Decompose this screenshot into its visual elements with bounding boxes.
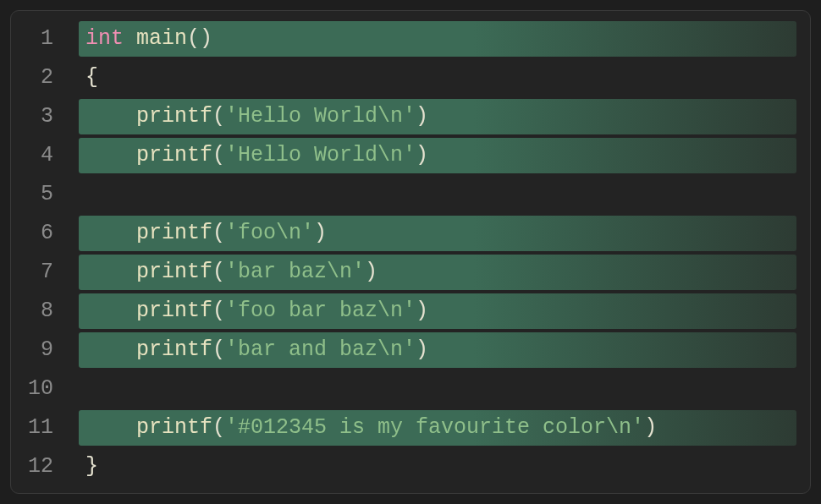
line-number: 8 [11, 292, 69, 331]
line-number: 2 [11, 58, 69, 97]
code-content[interactable]: printf('#012345 is my favourite color\n'… [69, 408, 657, 447]
code-line[interactable]: 6printf('foo\n') [11, 214, 798, 253]
code-line[interactable]: 7printf('bar baz\n') [11, 253, 798, 292]
code-token: ( [212, 415, 225, 440]
code-line[interactable]: 8printf('foo bar baz\n') [11, 292, 798, 331]
code-token: ) [416, 104, 428, 129]
code-token: ( [212, 104, 225, 129]
code-token: () [187, 26, 212, 51]
code-token: int [85, 26, 124, 51]
line-number: 12 [11, 447, 69, 486]
code-token: printf [136, 104, 212, 129]
code-token: ) [416, 299, 428, 323]
code-token: 'bar and baz\n' [225, 337, 416, 362]
code-content[interactable]: printf('bar baz\n') [69, 253, 377, 292]
code-line[interactable]: 3printf('Hello World\n') [11, 97, 798, 136]
code-token: ( [212, 337, 225, 362]
line-number: 4 [11, 136, 69, 175]
code-token: ) [416, 337, 428, 362]
line-number: 9 [11, 331, 69, 370]
code-token: ) [644, 415, 657, 440]
code-token: 'foo bar baz\n' [225, 299, 416, 323]
code-content[interactable]: } [69, 447, 98, 486]
code-content[interactable]: printf('foo\n') [69, 214, 327, 253]
code-token: printf [136, 260, 212, 284]
code-line[interactable]: 1int main() [11, 19, 798, 58]
code-area[interactable]: 1int main()2{3printf('Hello World\n')4pr… [11, 19, 798, 486]
code-token: ) [365, 260, 377, 284]
line-number: 11 [11, 408, 69, 447]
code-line[interactable]: 5 [11, 175, 798, 214]
code-token: printf [136, 337, 212, 362]
code-line[interactable]: 9printf('bar and baz\n') [11, 331, 798, 370]
code-content[interactable]: printf('Hello World\n') [69, 136, 428, 175]
code-token: printf [136, 221, 212, 245]
code-line[interactable]: 10 [11, 370, 798, 408]
line-number: 6 [11, 214, 69, 253]
code-token: ) [314, 221, 327, 245]
code-token: printf [136, 299, 212, 323]
code-token: ( [212, 260, 225, 284]
code-token: { [85, 65, 98, 90]
line-number: 5 [11, 175, 69, 214]
code-token: } [85, 454, 98, 479]
line-number: 10 [11, 370, 69, 408]
code-token: printf [136, 415, 212, 440]
code-content[interactable]: { [69, 58, 98, 97]
code-content[interactable]: printf('Hello World\n') [69, 97, 428, 136]
code-token: '#012345 is my favourite color\n' [225, 415, 644, 440]
line-number: 3 [11, 97, 69, 136]
code-token: 'Hello World\n' [225, 104, 416, 129]
code-token: ) [416, 143, 428, 167]
code-content[interactable]: printf('bar and baz\n') [69, 331, 428, 370]
code-content[interactable]: int main() [69, 19, 212, 58]
code-line[interactable]: 11printf('#012345 is my favourite color\… [11, 408, 798, 447]
code-line[interactable]: 2{ [11, 58, 798, 97]
code-line[interactable]: 4printf('Hello World\n') [11, 136, 798, 175]
code-token [124, 26, 136, 51]
code-token: 'Hello World\n' [225, 143, 416, 167]
code-token: ( [212, 221, 225, 245]
code-token: 'foo\n' [225, 221, 314, 245]
code-editor-panel: 1int main()2{3printf('Hello World\n')4pr… [10, 10, 811, 494]
code-token: ( [212, 143, 225, 167]
code-line[interactable]: 12} [11, 447, 798, 486]
code-content[interactable]: printf('foo bar baz\n') [69, 292, 428, 331]
code-token: printf [136, 143, 212, 167]
code-token: 'bar baz\n' [225, 260, 365, 284]
line-number: 1 [11, 19, 69, 58]
code-token: main [136, 26, 187, 51]
code-token: ( [212, 299, 225, 323]
line-number: 7 [11, 253, 69, 292]
